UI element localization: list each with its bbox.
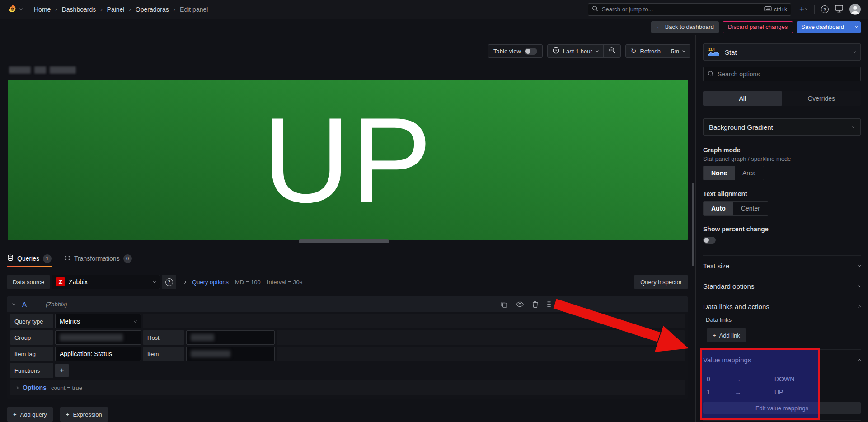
value-mappings-header[interactable]: Value mappings bbox=[703, 350, 861, 370]
filter-tab-all[interactable]: All bbox=[703, 91, 782, 106]
breadcrumb-dashboards[interactable]: Dashboards bbox=[62, 6, 96, 13]
table-view-label: Table view bbox=[493, 48, 521, 55]
table-view-toggle[interactable]: Table view bbox=[488, 44, 543, 58]
chevron-down-icon bbox=[858, 263, 861, 267]
show-percent-change-option: Show percent change bbox=[703, 225, 861, 244]
shortcut-hint: ctrl+k bbox=[764, 6, 787, 13]
item-tag-input[interactable]: Application: Status bbox=[55, 347, 141, 361]
zoom-out-icon bbox=[609, 47, 615, 55]
breadcrumb: Home › Dashboards › Painel › Operadoras … bbox=[34, 6, 208, 13]
new-menu-button[interactable]: + bbox=[799, 5, 808, 14]
datasource-picker[interactable]: Z Zabbix bbox=[52, 275, 160, 289]
search-input[interactable] bbox=[602, 6, 760, 13]
datasource-help-button[interactable]: ? bbox=[162, 275, 176, 289]
table-view-switch[interactable] bbox=[525, 48, 537, 55]
drag-handle-icon[interactable] bbox=[547, 301, 551, 308]
color-scheme-select[interactable]: Background Gradient bbox=[703, 118, 861, 136]
text-alignment-center[interactable]: Center bbox=[733, 202, 768, 215]
show-percent-change-label: Show percent change bbox=[703, 225, 861, 233]
visualization-picker[interactable]: 12.4 Stat bbox=[703, 43, 861, 61]
query-inspector-label: Query inspector bbox=[640, 279, 682, 286]
discard-panel-changes-button[interactable]: Discard panel changes bbox=[723, 21, 793, 33]
show-percent-change-switch[interactable] bbox=[703, 237, 716, 244]
arrow-left-icon: ← bbox=[656, 23, 662, 30]
arrow-right-icon: → bbox=[735, 375, 774, 383]
graph-mode-label: Graph mode bbox=[703, 146, 861, 154]
breadcrumb-painel[interactable]: Painel bbox=[107, 6, 125, 13]
query-type-select[interactable]: Metrics bbox=[55, 314, 141, 328]
text-alignment-label: Text alignment bbox=[703, 190, 861, 197]
add-query-button[interactable]: + Add query bbox=[7, 407, 53, 422]
options-search-input[interactable] bbox=[718, 70, 856, 78]
chevron-down-icon bbox=[805, 7, 808, 10]
top-nav-bar: Home › Dashboards › Painel › Operadoras … bbox=[0, 0, 868, 19]
org-switcher[interactable] bbox=[7, 4, 22, 15]
global-search[interactable]: ctrl+k bbox=[588, 3, 791, 16]
query-card-header[interactable]: A (Zabbix) bbox=[7, 296, 688, 312]
plus-icon: + bbox=[66, 411, 70, 418]
refresh-interval-picker[interactable]: 5m bbox=[666, 45, 690, 57]
scrollbar-thumb[interactable] bbox=[692, 183, 694, 266]
query-inspector-button[interactable]: Query inspector bbox=[634, 275, 688, 289]
clock-icon bbox=[553, 47, 559, 55]
save-dashboard-button[interactable]: Save dashboard bbox=[797, 21, 861, 33]
refresh-group: ↻ Refresh 5m bbox=[625, 44, 690, 58]
duplicate-query-icon[interactable] bbox=[501, 301, 507, 308]
collapse-chevron-icon[interactable] bbox=[12, 302, 15, 305]
edit-value-mappings-button[interactable]: Edit value mappings bbox=[703, 402, 861, 414]
row-filler bbox=[143, 314, 685, 328]
section-standard-options[interactable]: Standard options bbox=[703, 276, 861, 296]
redacted-value bbox=[60, 334, 123, 341]
breadcrumb-operadoras[interactable]: Operadoras bbox=[136, 6, 169, 13]
panel-resize-handle[interactable] bbox=[299, 239, 389, 243]
item-tag-value: Application: Status bbox=[60, 350, 112, 357]
value-mapping-row: 0 → DOWN bbox=[707, 372, 861, 385]
hide-query-eye-icon[interactable] bbox=[516, 301, 524, 307]
options-row[interactable]: Options count = true bbox=[10, 380, 685, 395]
mapping-display-text: UP bbox=[774, 389, 783, 396]
expression-button[interactable]: + Expression bbox=[60, 407, 108, 422]
chevron-down-icon bbox=[19, 7, 23, 10]
tab-transformations[interactable]: Transformations 0 bbox=[64, 252, 132, 265]
news-monitor-icon[interactable] bbox=[835, 5, 843, 14]
refresh-button[interactable]: ↻ Refresh bbox=[626, 45, 666, 57]
mapping-source-value: 1 bbox=[707, 389, 735, 396]
group-input[interactable] bbox=[55, 330, 141, 345]
redacted-value bbox=[191, 350, 230, 357]
add-link-button[interactable]: + Add link bbox=[707, 328, 746, 342]
user-avatar[interactable] bbox=[849, 4, 861, 15]
section-text-size[interactable]: Text size bbox=[703, 256, 861, 276]
back-to-dashboard-button[interactable]: ← Back to dashboard bbox=[651, 21, 719, 33]
item-input[interactable] bbox=[186, 347, 275, 361]
database-icon bbox=[7, 254, 14, 263]
help-circle-icon: ? bbox=[165, 278, 173, 286]
options-search[interactable] bbox=[703, 67, 861, 81]
host-input[interactable] bbox=[186, 330, 275, 345]
filter-tab-overrides[interactable]: Overrides bbox=[782, 91, 861, 106]
expression-label: Expression bbox=[73, 411, 102, 418]
breadcrumb-home[interactable]: Home bbox=[34, 6, 51, 13]
refresh-interval-label: 5m bbox=[671, 48, 679, 55]
section-data-links[interactable]: Data links and actions bbox=[703, 296, 861, 316]
breadcrumb-edit-panel: Edit panel bbox=[180, 6, 208, 13]
item-tag-item-row: Item tag Application: Status Item bbox=[10, 347, 685, 361]
section-value-mappings: Value mappings 0 → DOWN 1 → UP Edit va bbox=[703, 349, 861, 420]
value-mapping-row: 1 → UP bbox=[707, 385, 861, 399]
text-alignment-auto[interactable]: Auto bbox=[704, 202, 733, 215]
add-function-button[interactable]: + bbox=[55, 364, 69, 377]
options-filter-tabs: All Overrides bbox=[703, 91, 861, 106]
max-data-points: MD = 100 bbox=[235, 279, 261, 286]
save-options-toggle[interactable] bbox=[852, 21, 861, 33]
time-range-picker[interactable]: Last 1 hour bbox=[548, 45, 603, 57]
redacted-text bbox=[50, 66, 76, 74]
stat-panel-preview[interactable]: UP bbox=[8, 80, 688, 240]
query-options-toggle[interactable]: Query options bbox=[192, 279, 229, 286]
graph-mode-area[interactable]: Area bbox=[735, 166, 764, 180]
graph-mode-none[interactable]: None bbox=[704, 166, 735, 180]
text-alignment-radio-group: Auto Center bbox=[703, 201, 768, 216]
tab-queries[interactable]: Queries 1 bbox=[7, 252, 52, 265]
zoom-out-time-button[interactable] bbox=[603, 45, 620, 57]
help-button[interactable]: ? bbox=[821, 5, 829, 13]
options-toggle[interactable]: Options bbox=[23, 384, 47, 391]
delete-query-trash-icon[interactable] bbox=[532, 301, 538, 308]
